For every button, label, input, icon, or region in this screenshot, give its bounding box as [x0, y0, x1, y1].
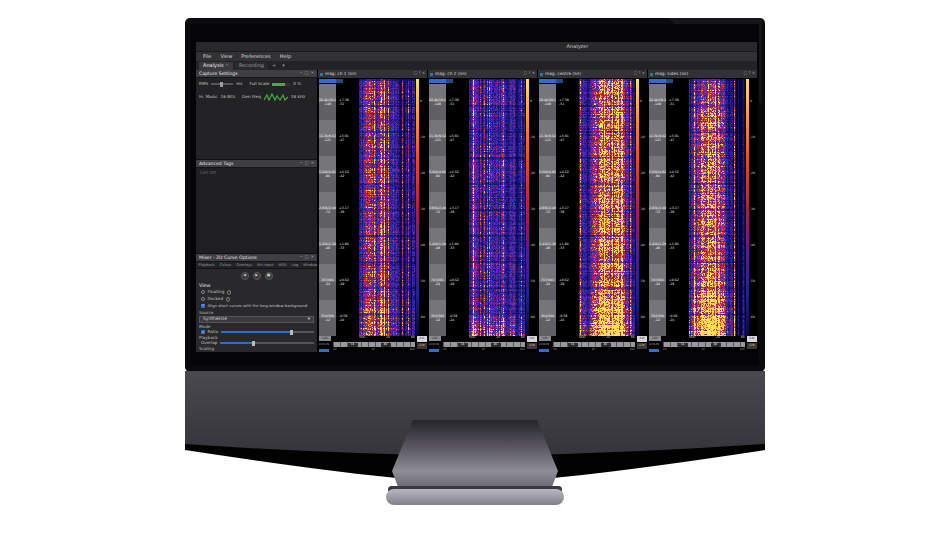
- window-control-icon[interactable]: □: [414, 72, 417, 76]
- scale-mode-box[interactable]: LIN: [539, 336, 551, 341]
- transport-controls: ◀▶■: [196, 272, 317, 280]
- spectrogram-panel-title: mag: centre (lin): [545, 72, 632, 77]
- mixer-tab[interactable]: Colour: [217, 262, 234, 268]
- panel-accent-icon: [650, 73, 653, 76]
- window-control-icon[interactable]: ?: [419, 72, 421, 76]
- spectrogram-canvas[interactable]: [359, 79, 415, 336]
- transport-button[interactable]: ■: [265, 272, 273, 280]
- window-control-icon[interactable]: ✕: [311, 71, 314, 75]
- mixer-panel-header[interactable]: Mixer - 2D Curve Options −□✕: [196, 254, 317, 262]
- window-control-icon[interactable]: ✕: [532, 72, 535, 76]
- sample-rate-box[interactable]: 44k: [637, 336, 647, 342]
- mixer-tab[interactable]: Window: [301, 262, 317, 268]
- tab-list-caret-icon[interactable]: ▾: [280, 63, 287, 69]
- window-control-icon[interactable]: □: [305, 161, 309, 165]
- meter-db: -33: [339, 246, 344, 250]
- window-control-icon[interactable]: ✕: [311, 161, 314, 165]
- rms-label: RMS: [199, 82, 208, 87]
- scale-db: -121: [434, 138, 441, 142]
- window-control-icon[interactable]: ✕: [642, 72, 645, 76]
- mixer-tab[interactable]: Log: [289, 262, 300, 268]
- scale-label: 22.4k/19.1-148: [319, 84, 336, 120]
- window-control-icon[interactable]: ?: [749, 72, 751, 76]
- window-control-icon[interactable]: −: [300, 71, 303, 75]
- menu-item[interactable]: File: [203, 54, 211, 60]
- rms-slider-knob[interactable]: [220, 82, 223, 87]
- overlap-slider[interactable]: [220, 342, 314, 344]
- mixer-tab[interactable]: Overlays: [234, 262, 255, 268]
- window-control-icon[interactable]: ?: [529, 72, 531, 76]
- spectrogram-canvas[interactable]: [579, 79, 635, 336]
- spectrogram-canvas[interactable]: [469, 79, 525, 336]
- window-control-icon[interactable]: ?: [639, 72, 641, 76]
- mixer-tab[interactable]: MIDI: [276, 262, 289, 268]
- menu-item[interactable]: Help: [280, 54, 291, 60]
- window-control-icon[interactable]: ✕: [422, 72, 425, 76]
- db-range-box[interactable]: 0dB: [637, 343, 647, 349]
- transport-button[interactable]: ◀: [241, 272, 249, 280]
- tab-recording[interactable]: Recording: [235, 62, 268, 70]
- ruler-tick: 1k: [371, 348, 375, 351]
- scale-mode-box[interactable]: LIN: [429, 336, 441, 341]
- colorbar-tick: -30: [420, 192, 427, 228]
- scale-label: 22.4k/19.1-148: [539, 84, 556, 120]
- sample-rate-box[interactable]: 44k: [747, 336, 757, 342]
- ratio-checkbox[interactable]: ✓: [201, 330, 205, 334]
- freq-tick: 8k: [631, 336, 635, 340]
- spectrogram-panel-header[interactable]: mag: centre (lin) □?✕: [538, 70, 647, 78]
- db-range-box[interactable]: 0dB: [747, 343, 757, 349]
- scale-label: 1.41k/1.20-48: [429, 228, 446, 264]
- tab-analysis[interactable]: Analysis ✕: [199, 62, 233, 70]
- ruler-tick: 20k: [740, 348, 745, 351]
- synthesise-select[interactable]: Synthesise ▾: [199, 316, 314, 323]
- sample-rate-box[interactable]: 44k: [417, 336, 427, 342]
- info-icon[interactable]: ?: [227, 290, 232, 295]
- window-control-icon[interactable]: □: [634, 72, 637, 76]
- window-control-icon[interactable]: ✕: [311, 255, 314, 259]
- scale-db: -96: [435, 174, 440, 178]
- docked-radio[interactable]: [201, 297, 205, 301]
- scale-label: 2.83k/2.40-72: [539, 192, 556, 228]
- info-icon[interactable]: ?: [226, 297, 231, 302]
- mixer-tab[interactable]: Mic Input: [255, 262, 277, 268]
- spectrogram-panel-header[interactable]: mag: ch 1 (lin) □?✕: [318, 70, 427, 78]
- meter-db: -47: [449, 138, 454, 142]
- colorbar-tick: -10: [640, 120, 647, 156]
- menu-item[interactable]: Preferences: [241, 54, 270, 60]
- ratio-slider[interactable]: [221, 331, 314, 333]
- app-titlebar: Analyzer: [196, 42, 757, 52]
- transport-button[interactable]: ▶: [253, 272, 261, 280]
- menu-item[interactable]: View: [220, 54, 232, 60]
- sample-rate-box[interactable]: 44k: [527, 336, 537, 342]
- meter-label: +3.17-38: [337, 192, 357, 228]
- window-control-icon[interactable]: □: [305, 71, 309, 75]
- db-range-box[interactable]: 0dB: [527, 343, 537, 349]
- window-control-icon[interactable]: −: [300, 161, 303, 165]
- window-control-icon[interactable]: □: [305, 255, 309, 259]
- overlap-slider-knob[interactable]: [252, 341, 255, 346]
- ratio-slider-knob[interactable]: [290, 330, 293, 335]
- close-tab-icon[interactable]: ✕: [226, 63, 229, 67]
- window-control-icon[interactable]: ✕: [752, 72, 755, 76]
- spectrogram-panel-header[interactable]: mag: sides (lin) □?✕: [648, 70, 757, 78]
- db-range-box[interactable]: 0dB: [417, 343, 427, 349]
- rms-slider[interactable]: [211, 83, 233, 85]
- colorbar: [416, 79, 419, 336]
- tab-label: Recording: [239, 63, 264, 69]
- floating-radio[interactable]: [201, 290, 205, 294]
- mixer-tab[interactable]: Playback: [196, 262, 217, 268]
- scale-mode-box[interactable]: LIN: [319, 336, 331, 341]
- capture-panel-header[interactable]: Capture Settings −□✕: [196, 70, 317, 78]
- scale-db: -12: [655, 318, 660, 322]
- align-checkbox[interactable]: ✓: [201, 304, 205, 308]
- window-control-icon[interactable]: □: [744, 72, 747, 76]
- tags-panel-content[interactable]: Cell list: [196, 168, 317, 254]
- spectrogram-canvas[interactable]: [689, 79, 745, 336]
- add-tab-button[interactable]: +: [270, 63, 278, 69]
- spectrogram-panel-header[interactable]: mag: ch 2 (lin) □?✕: [428, 70, 537, 78]
- scale-mode-box[interactable]: LIN: [649, 336, 661, 341]
- window-control-icon[interactable]: −: [300, 255, 303, 259]
- scale-labels: 22.4k/19.1-14811.3k/9.62-1215.66k/4.81-9…: [649, 84, 666, 336]
- tags-panel-header[interactable]: Advanced Tags −□✕: [196, 160, 317, 168]
- window-control-icon[interactable]: □: [524, 72, 527, 76]
